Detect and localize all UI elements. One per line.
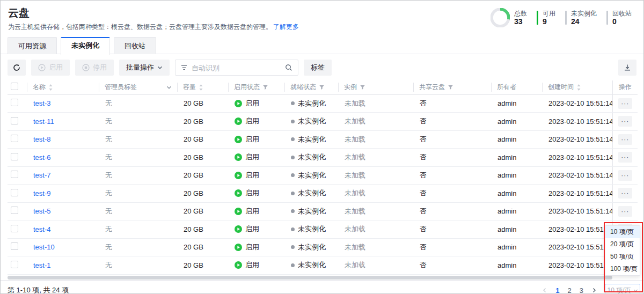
cell-text: 无 [105,152,112,162]
cell-content: 无 [99,242,177,252]
stat-group-总数: 总数33 [491,8,527,27]
page-number-1[interactable]: 1 [555,286,559,294]
table-row: test-8无20 GB启用未实例化未加载否admin2023-02-10 15… [8,130,638,149]
cell-admin_tag: 无 [99,94,177,113]
row-checkbox[interactable] [11,225,18,232]
row-actions-button[interactable]: ··· [618,152,632,163]
row-checkbox[interactable] [11,99,18,106]
disk-name-link[interactable]: test-11 [33,117,54,126]
cell-text: 未加载 [345,188,365,198]
pagination: 123 10 项/页 [542,284,640,294]
cell-shared: 否 [413,185,491,203]
page-size-option[interactable]: 100 项/页 [605,263,640,275]
row-checkbox[interactable] [11,189,18,196]
cell-text: 未加载 [345,171,365,180]
enable-button[interactable]: 启用 [31,60,70,76]
cell-content: 未加载 [338,224,413,234]
cell-content: 无 [99,171,177,180]
cell-ready_status: 未实例化 [284,166,338,185]
row-actions-button[interactable]: ··· [618,134,632,145]
disable-button[interactable]: 停用 [75,60,114,76]
chevron-left-icon[interactable] [542,288,547,293]
cell-text: 20 GB [184,189,203,197]
cell-ready_status: 未实例化 [284,185,338,203]
ready-status-dot-icon [291,101,295,105]
row-checkbox[interactable] [11,135,18,142]
row-checkbox[interactable] [11,171,18,178]
sort-icon[interactable] [48,84,53,91]
sort-icon[interactable] [199,84,203,91]
cell-content: 20 GB [177,207,228,215]
cell-created: 2023-02-10 15:51:14 [542,202,612,220]
row-actions-button[interactable]: ··· [618,188,632,199]
cell-content: 未实例化 [284,224,338,234]
cell-name: test-1 [27,256,99,275]
cell-actions: ··· [612,149,638,167]
status-text: 启用 [245,99,259,108]
disk-name-link[interactable]: test-1 [33,261,51,269]
filter-lines-icon[interactable] [181,64,187,71]
cell-text: 否 [420,152,427,162]
status-text: 启用 [245,188,259,198]
tab-回收站[interactable]: 回收站 [114,37,156,54]
filter-icon[interactable] [448,84,453,90]
learn-more-link[interactable]: 了解更多 [273,23,299,31]
row-checkbox[interactable] [11,117,18,124]
disk-name-link[interactable]: test-6 [33,153,51,161]
search-icon[interactable] [285,64,292,71]
row-checkbox[interactable] [11,242,18,250]
cell-text: 20 GB [184,261,203,269]
enabled-status-icon [235,208,242,215]
row-checkbox[interactable] [11,153,18,160]
row-checkbox[interactable] [11,261,18,268]
cell-content: admin [491,243,542,251]
select-all-checkbox[interactable] [11,83,18,90]
batch-actions-button[interactable]: 批量操作 [119,60,170,76]
cell-content: 否 [413,188,491,198]
filter-icon[interactable] [360,84,365,90]
filter-icon[interactable] [262,84,268,90]
horizontal-scrollbar-thumb[interactable] [8,276,612,280]
export-button[interactable] [618,60,636,76]
page-size-select[interactable]: 10 项/页 [605,284,640,294]
page-number-2[interactable]: 2 [568,286,572,294]
cell-text: 未加载 [345,242,365,252]
disk-name-link[interactable]: test-4 [33,225,51,233]
cell-content: 否 [413,242,491,252]
row-actions-button[interactable]: ··· [618,206,632,217]
tags-button-label: 标签 [311,63,325,72]
page-size-option[interactable]: 10 项/页 [605,226,640,238]
cell-content: 无 [99,116,177,126]
tags-button[interactable]: 标签 [304,60,332,76]
page-size-option[interactable]: 50 项/页 [605,251,640,263]
sort-icon[interactable] [576,84,581,91]
cell-ready_status: 未实例化 [284,202,338,220]
enabled-status-icon [235,172,242,179]
page-number-3[interactable]: 3 [580,286,583,294]
cell-content: admin [491,225,542,233]
page-size-option[interactable]: 20 项/页 [605,238,640,251]
row-checkbox[interactable] [11,207,18,214]
disk-name-link[interactable]: test-3 [33,99,51,107]
cell-owner: admin [491,166,542,185]
row-actions-button[interactable]: ··· [618,98,632,109]
disk-name-link[interactable]: test-8 [33,135,51,143]
filter-icon[interactable] [319,84,325,90]
enable-button-label: 启用 [49,63,63,72]
chevron-down-icon[interactable] [166,85,172,90]
cell-name: test-3 [27,94,99,113]
refresh-button[interactable] [8,60,26,76]
disk-name-link[interactable]: test-9 [33,189,51,197]
tab-可用资源[interactable]: 可用资源 [8,37,57,54]
cell-owner: admin [491,202,542,220]
cell-text: 否 [420,242,427,252]
disk-name-link[interactable]: test-10 [33,243,55,251]
chevron-right-icon[interactable] [591,288,597,293]
row-actions-button[interactable]: ··· [618,116,632,127]
disk-name-link[interactable]: test-5 [33,207,51,215]
disk-name-link[interactable]: test-7 [33,171,51,179]
tab-未实例化[interactable]: 未实例化 [61,37,110,55]
row-actions-button[interactable]: ··· [618,170,632,181]
page-size-value: 10 项/页 [607,286,631,294]
search-input[interactable] [192,64,281,72]
